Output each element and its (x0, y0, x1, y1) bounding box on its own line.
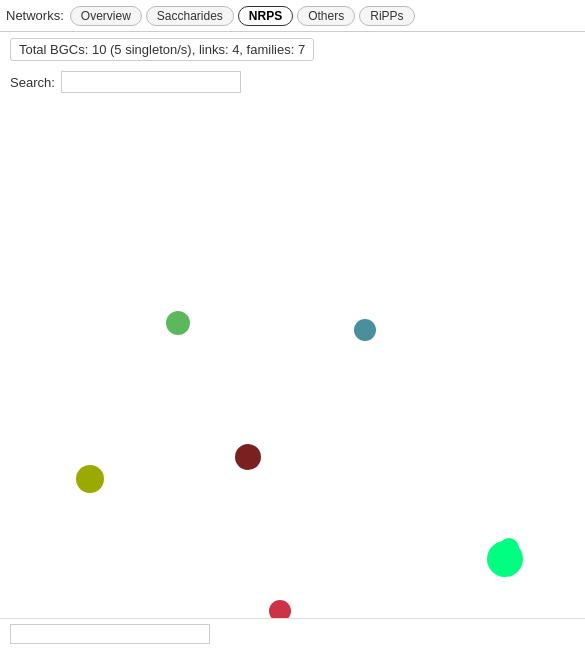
node-n4[interactable] (235, 444, 261, 470)
search-bar: Search: (0, 67, 585, 101)
nav-tabs: OverviewSaccharidesNRPSOthersRiPPs (70, 6, 419, 26)
nav-tab-ripps[interactable]: RiPPs (359, 6, 414, 26)
node-n2[interactable] (354, 319, 376, 341)
networks-label: Networks: (6, 8, 64, 23)
nav-tab-others[interactable]: Others (297, 6, 355, 26)
nav-tab-nrps[interactable]: NRPS (238, 6, 293, 26)
search-label: Search: (10, 75, 55, 90)
search-input[interactable] (61, 71, 241, 93)
top-nav: Networks: OverviewSaccharidesNRPSOthersR… (0, 0, 585, 32)
svg-overlay (0, 101, 585, 591)
node-n1[interactable] (166, 311, 190, 335)
node-n6[interactable] (499, 538, 519, 558)
bottom-bar (0, 618, 585, 648)
nav-tab-overview[interactable]: Overview (70, 6, 142, 26)
bottom-search-input[interactable] (10, 624, 210, 644)
network-canvas (0, 101, 585, 591)
node-n3[interactable] (76, 465, 104, 493)
info-text: Total BGCs: 10 (5 singleton/s), links: 4… (10, 38, 314, 61)
nav-tab-saccharides[interactable]: Saccharides (146, 6, 234, 26)
info-bar: Total BGCs: 10 (5 singleton/s), links: 4… (0, 32, 585, 67)
